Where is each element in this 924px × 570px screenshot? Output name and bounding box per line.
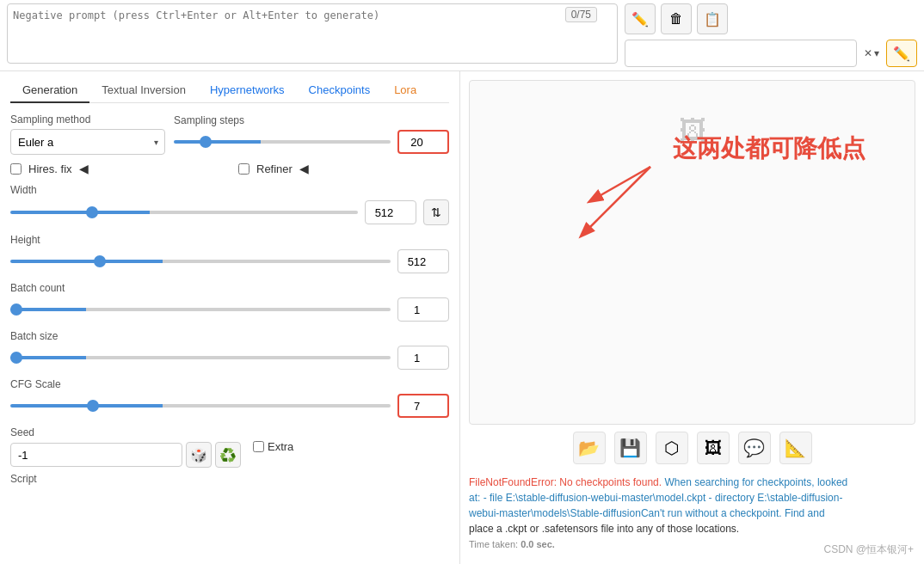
cfg-scale-section: CFG Scale 7 — [10, 378, 449, 418]
tabs: Generation Textual Inversion Hypernetwor… — [10, 78, 449, 103]
dice-button[interactable]: 🎲 — [186, 442, 212, 468]
height-slider[interactable] — [10, 260, 391, 263]
height-input[interactable]: 512 — [397, 249, 449, 273]
dropdown-arrow-icon: ▾ — [874, 47, 879, 59]
extra-checkbox[interactable] — [253, 441, 264, 452]
bottom-icons: 📂 💾 ⬡ 🖼 💬 📐 — [469, 425, 915, 471]
time-text: Time taken: 0.0 sec. — [469, 539, 555, 549]
trash-button[interactable]: 🗑 — [661, 3, 692, 34]
sampling-steps-section: Sampling steps 20 — [174, 114, 449, 154]
cfg-scale-slider[interactable] — [10, 404, 391, 408]
batch-count-label: Batch count — [10, 282, 449, 294]
extra-label: Extra — [268, 440, 293, 453]
sampling-steps-label: Sampling steps — [174, 114, 449, 126]
hires-left: Hires. fix ◀ — [10, 162, 221, 175]
sampling-method-dropdown-wrap: Euler a ▾ — [10, 129, 165, 155]
sampling-method-section: Sampling method Euler a ▾ — [10, 113, 165, 155]
error-red-text: FileNotFoundError: No checkpoints found. — [469, 476, 662, 488]
error-line2: at: - file E:\stable-diffusion-webui-mas… — [469, 492, 842, 504]
batch-size-section: Batch size 1 — [10, 330, 449, 370]
chat-icon-button[interactable]: 💬 — [738, 432, 771, 464]
seed-row: Seed -1 🎲 ♻️ Extra — [10, 426, 449, 468]
hires-fix-label: Hires. fix — [28, 162, 72, 175]
batch-size-slider[interactable] — [10, 356, 391, 359]
time-value: 0.0 sec. — [521, 539, 555, 549]
width-section: Width 512 ⇅ — [10, 184, 449, 225]
refiner-toggle[interactable]: ◀ — [299, 162, 309, 175]
top-bar: 0/75 ✏️ 🗑 📋 ✕ ▾ ✏️ — [0, 0, 924, 71]
main-content: Generation Textual Inversion Hypernetwor… — [0, 71, 924, 564]
refiner-label: Refiner — [256, 162, 293, 175]
seed-input[interactable]: -1 — [10, 443, 182, 467]
batch-count-slider[interactable] — [10, 308, 391, 311]
left-panel: Generation Textual Inversion Hypernetwor… — [0, 71, 460, 564]
script-section: Script — [10, 473, 449, 485]
watermark: CSDN @恒本银河+ — [823, 542, 914, 557]
error-line4: place a .ckpt or .safetensors file into … — [469, 523, 739, 535]
steps-input[interactable]: 20 — [397, 130, 449, 154]
cfg-scale-row: 7 — [10, 394, 449, 418]
swap-dimensions-button[interactable]: ⇅ — [423, 199, 449, 225]
width-label: Width — [10, 184, 449, 196]
refiner-checkbox[interactable] — [238, 163, 249, 175]
hires-row: Hires. fix ◀ Refiner ◀ — [10, 162, 449, 175]
height-label: Height — [10, 234, 449, 246]
hires-fix-checkbox[interactable] — [10, 163, 22, 175]
recycle-button[interactable]: ♻️ — [215, 442, 241, 468]
prompt-area: 0/75 — [7, 3, 618, 66]
steps-row: 20 — [174, 130, 449, 154]
batch-count-row: 1 — [10, 297, 449, 322]
height-row: 512 — [10, 249, 449, 273]
pencil-button[interactable]: ✏️ — [625, 3, 656, 34]
cfg-scale-label: CFG Scale — [10, 378, 449, 390]
seed-label: Seed — [10, 426, 241, 438]
tab-generation[interactable]: Generation — [10, 78, 89, 103]
hires-right: Refiner ◀ — [238, 162, 449, 175]
sampling-method-select[interactable]: Euler a — [10, 129, 165, 155]
cfg-scale-input[interactable]: 7 — [397, 394, 449, 418]
batch-size-label: Batch size — [10, 330, 449, 342]
top-icon-row: ✏️ 🗑 📋 — [625, 3, 917, 34]
char-count: 0/75 — [565, 7, 597, 22]
edit-orange-button[interactable]: ✏️ — [886, 40, 917, 67]
batch-size-input[interactable]: 1 — [397, 346, 449, 370]
search-input[interactable] — [625, 40, 857, 67]
image-icon-button[interactable]: 🖼 — [697, 432, 730, 464]
clipboard-button[interactable]: 📋 — [697, 3, 728, 34]
seed-input-row: -1 🎲 ♻️ — [10, 442, 241, 468]
right-panel: 🖼 这两处都可降低点 📂 — [460, 71, 924, 564]
script-label: Script — [10, 473, 449, 485]
steps-slider[interactable] — [174, 140, 391, 144]
sampling-row: Sampling method Euler a ▾ Sampling steps… — [10, 113, 449, 155]
extra-check-label[interactable]: Extra — [253, 440, 293, 453]
time-label: Time taken: — [469, 539, 518, 549]
sampling-method-label: Sampling method — [10, 113, 165, 126]
negative-prompt-input[interactable] — [7, 3, 618, 64]
arrow-annotation-svg — [521, 150, 693, 253]
width-row: 512 ⇅ — [10, 199, 449, 225]
search-row: ✕ ▾ ✏️ — [625, 40, 917, 67]
batch-count-input[interactable]: 1 — [397, 297, 449, 322]
save-icon-button[interactable]: 💾 — [614, 432, 647, 464]
extra-check-section: Extra — [253, 440, 293, 455]
top-right-panel: ✏️ 🗑 📋 ✕ ▾ ✏️ — [625, 3, 917, 67]
seed-section: Seed -1 🎲 ♻️ — [10, 426, 241, 468]
batch-count-section: Batch count 1 — [10, 282, 449, 322]
batch-size-row: 1 — [10, 346, 449, 370]
tab-checkpoints[interactable]: Checkpoints — [297, 78, 383, 103]
tab-hypernetworks[interactable]: Hypernetworks — [198, 78, 297, 103]
ruler-icon-button[interactable]: 📐 — [779, 432, 812, 464]
image-placeholder: 🖼 这两处都可降低点 — [469, 80, 915, 425]
hires-fix-toggle[interactable]: ◀ — [79, 162, 89, 175]
error-line3: webui-master\models\Stable-diffusionCan'… — [469, 507, 825, 519]
folder-icon-button[interactable]: 📂 — [573, 432, 606, 464]
error-blue-text: When searching for checkpoints, looked — [664, 476, 847, 488]
height-section: Height 512 — [10, 234, 449, 273]
width-input[interactable]: 512 — [365, 200, 416, 224]
width-slider[interactable] — [10, 211, 358, 214]
tab-textual-inversion[interactable]: Textual Inversion — [89, 78, 198, 103]
annotation-text: 这两处都可降低点 — [673, 132, 865, 165]
search-clear[interactable]: ✕ ▾ — [860, 47, 883, 59]
model-icon-button[interactable]: ⬡ — [656, 432, 688, 464]
tab-lora[interactable]: Lora — [382, 78, 428, 103]
